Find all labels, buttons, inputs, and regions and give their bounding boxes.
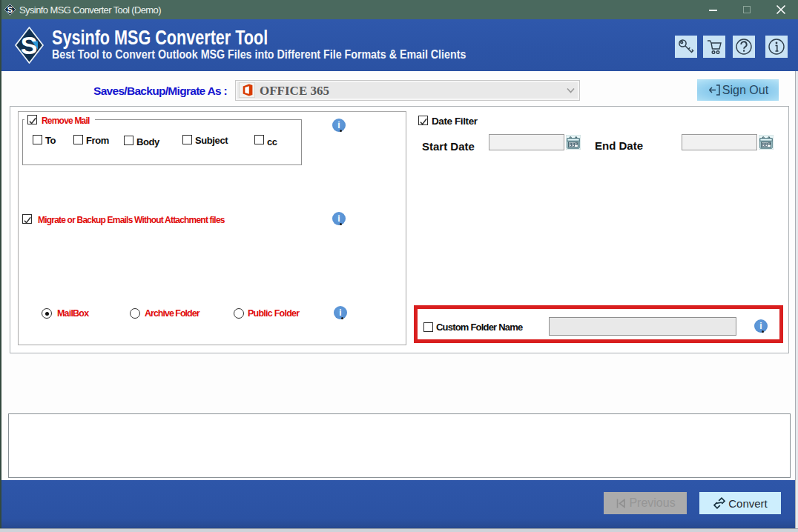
svg-text:S: S xyxy=(21,31,38,59)
svg-text:S: S xyxy=(7,5,13,14)
